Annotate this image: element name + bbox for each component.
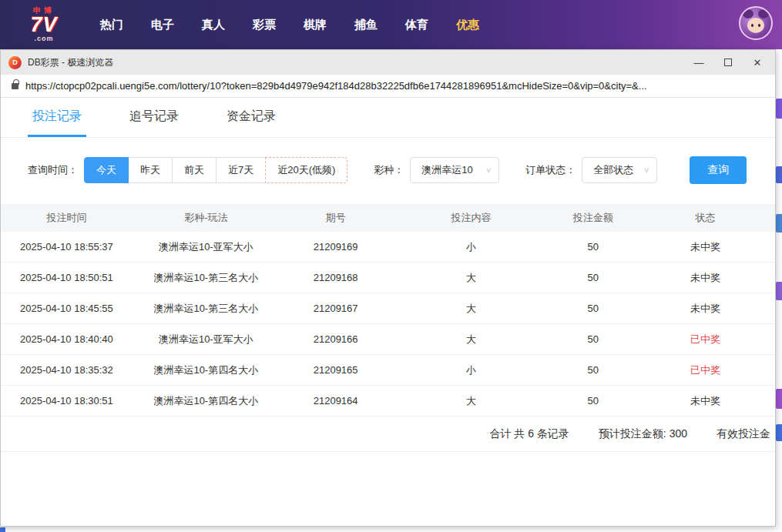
col-header-content: 投注内容: [392, 211, 551, 225]
filter-bar: 查询时间： 今天 昨天 前天 近7天 近20天(低频) 彩种： 澳洲幸运10 ˅…: [28, 156, 775, 184]
screen: 申博 7V .com 热门 电子 真人 彩票 棋牌 捕鱼 体育 优惠: [0, 0, 782, 532]
cell-content: 小: [392, 240, 551, 254]
address-bar[interactable]: https://ctopcp02pcali.uengi5e.com/lotter…: [1, 75, 775, 98]
page-content: 投注记录 追号记录 资金记录 查询时间： 今天 昨天 前天 近7天 近20天(低…: [1, 98, 775, 526]
order-status-select[interactable]: 全部状态 ˅: [582, 157, 657, 183]
cell-time: 2025-04-10 18:45:55: [1, 303, 133, 314]
cell-content: 大: [392, 394, 551, 408]
cell-amount: 50: [551, 241, 636, 253]
cell-issue: 21209167: [280, 303, 392, 314]
edge-decoration: [776, 282, 782, 300]
lottery-select-value: 澳洲幸运10: [421, 163, 472, 177]
main-nav: 热门 电子 真人 彩票 棋牌 捕鱼 体育 优惠: [86, 10, 493, 40]
chevron-down-icon: ˅: [644, 166, 649, 175]
nav-item-hot[interactable]: 热门: [86, 10, 137, 40]
time-option-today[interactable]: 今天: [84, 157, 129, 183]
cell-content: 大: [392, 302, 551, 316]
maximize-button[interactable]: [713, 52, 743, 72]
tab-fund-records[interactable]: 资金记录: [222, 109, 280, 137]
summary-expected: 预计投注金额: 300: [599, 427, 687, 441]
edge-decoration: [776, 166, 782, 183]
minimize-button[interactable]: —: [684, 52, 713, 72]
logo-main-text: 7V: [20, 15, 68, 35]
cell-amount: 50: [551, 303, 636, 314]
cell-content: 大: [392, 333, 551, 346]
cell-issue: 21209168: [280, 272, 392, 283]
table-row: 2025-04-10 18:50:51 澳洲幸运10-第三名大小 2120916…: [1, 263, 775, 293]
time-option-7days[interactable]: 近7天: [216, 157, 266, 183]
query-button[interactable]: 查询: [690, 156, 747, 184]
edge-decoration: [776, 389, 782, 409]
avatar-eye-left: [751, 24, 753, 27]
col-header-play: 彩种-玩法: [133, 211, 280, 225]
browser-app-icon: D: [8, 56, 22, 69]
cell-status: 未中奖: [636, 394, 775, 408]
maximize-icon: [724, 59, 732, 66]
table-summary: 合计 共 6 条记录 预计投注金额: 300 有效投注金: [1, 417, 775, 452]
table-row: 2025-04-10 18:30:51 澳洲幸运10-第四名大小 2120916…: [1, 386, 775, 417]
url-text[interactable]: https://ctopcp02pcali.uengi5e.com/lotter…: [25, 80, 647, 92]
lottery-filter-label: 彩种：: [374, 163, 404, 177]
avatar-hair-right: [758, 9, 769, 18]
cell-time: 2025-04-10 18:30:51: [1, 395, 133, 407]
nav-item-fishing[interactable]: 捕鱼: [341, 10, 391, 40]
time-option-yesterday[interactable]: 昨天: [128, 157, 173, 183]
cell-status: 已中奖: [636, 363, 775, 377]
time-option-20days[interactable]: 近20天(低频): [265, 157, 347, 183]
order-status-value: 全部状态: [593, 163, 633, 177]
summary-total: 合计 共 6 条记录: [489, 427, 569, 441]
cell-amount: 50: [551, 395, 636, 407]
cell-status: 未中奖: [636, 271, 775, 285]
bet-records-table: 投注时间 彩种-玩法 期号 投注内容 投注金额 状态 2025-04-10 18…: [1, 204, 775, 452]
background-page-edge: [776, 49, 782, 532]
col-header-issue: 期号: [280, 211, 392, 225]
cell-play: 澳洲幸运10-第四名大小: [133, 394, 280, 408]
cell-play: 澳洲幸运10-第四名大小: [133, 363, 280, 377]
table-header-row: 投注时间 彩种-玩法 期号 投注内容 投注金额 状态: [1, 204, 775, 232]
avatar[interactable]: [739, 6, 773, 40]
table-row: 2025-04-10 18:55:37 澳洲幸运10-亚军大小 21209169…: [1, 232, 775, 263]
chevron-down-icon: ˅: [486, 166, 491, 175]
close-button[interactable]: ✕: [743, 52, 772, 72]
cell-amount: 50: [551, 333, 636, 345]
window-title: DB彩票 - 极速浏览器: [28, 56, 684, 69]
cell-status: 未中奖: [636, 302, 775, 316]
time-filter-label: 查询时间：: [28, 163, 78, 177]
logo-sub-text: .com: [20, 35, 68, 42]
lottery-select[interactable]: 澳洲幸运10 ˅: [410, 157, 499, 183]
col-header-time: 投注时间: [1, 211, 133, 225]
avatar-eye-right: [758, 24, 760, 27]
cell-time: 2025-04-10 18:35:32: [1, 364, 133, 376]
browser-titlebar[interactable]: D DB彩票 - 极速浏览器 — ✕: [1, 50, 775, 75]
cell-time: 2025-04-10 18:50:51: [1, 272, 133, 283]
cell-status: 未中奖: [636, 240, 775, 254]
edge-decoration-bottom: [0, 527, 5, 532]
nav-item-lottery[interactable]: 彩票: [239, 10, 290, 40]
record-tabs: 投注记录 追号记录 资金记录: [1, 98, 775, 138]
nav-item-live[interactable]: 真人: [188, 10, 239, 40]
cell-content: 小: [392, 363, 551, 377]
summary-valid: 有效投注金: [717, 427, 770, 441]
cell-issue: 21209166: [280, 333, 392, 345]
avatar-face: [747, 18, 764, 33]
nav-item-promo[interactable]: 优惠: [442, 10, 493, 40]
nav-item-sports[interactable]: 体育: [391, 10, 442, 40]
site-header: 申博 7V .com 热门 电子 真人 彩票 棋牌 捕鱼 体育 优惠: [0, 0, 782, 49]
col-header-amount: 投注金额: [551, 211, 636, 225]
cell-issue: 21209164: [280, 395, 392, 407]
time-option-daybefore[interactable]: 前天: [172, 157, 216, 183]
cell-content: 大: [392, 271, 551, 285]
cell-time: 2025-04-10 18:40:40: [1, 333, 133, 345]
cell-status: 已中奖: [636, 333, 775, 346]
edge-decoration: [776, 214, 782, 233]
browser-window: D DB彩票 - 极速浏览器 — ✕ https://ctopcp02pcali…: [0, 49, 776, 527]
order-status-label: 订单状态：: [525, 163, 576, 177]
tab-bet-records[interactable]: 投注记录: [28, 109, 86, 137]
time-filter-group: 今天 昨天 前天 近7天 近20天(低频): [84, 157, 347, 183]
table-row: 2025-04-10 18:35:32 澳洲幸运10-第四名大小 2120916…: [1, 355, 775, 386]
cell-amount: 50: [551, 364, 636, 376]
tab-chase-records[interactable]: 追号记录: [125, 109, 183, 137]
nav-item-cards[interactable]: 棋牌: [290, 10, 341, 40]
site-logo[interactable]: 申博 7V .com: [20, 7, 68, 42]
nav-item-slots[interactable]: 电子: [137, 10, 188, 40]
